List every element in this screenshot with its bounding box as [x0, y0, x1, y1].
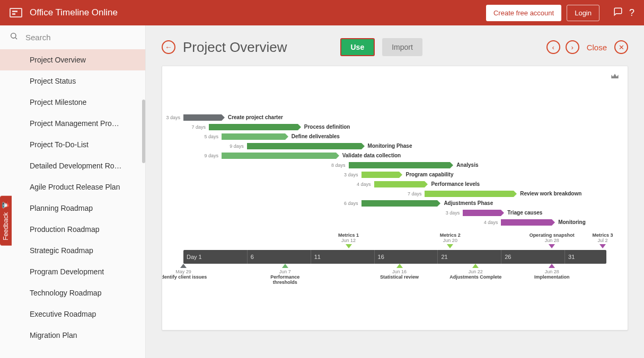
milestone-marker-below: Jun 22Adjustments Complete: [449, 264, 502, 280]
gantt-task: 9 daysValidate data collection: [222, 152, 336, 159]
milestone-marker-above: Metrics 2Jun 20: [424, 232, 477, 248]
task-label: Monitoring Phase: [368, 143, 412, 149]
timescale-tick: Day 1: [183, 250, 202, 264]
search-icon: [10, 32, 18, 43]
gantt-area: 3 daysCreate project charter7 daysProces…: [183, 114, 606, 230]
task-label: Validate data collection: [342, 153, 401, 158]
timescale-tick: 31: [564, 250, 575, 264]
title-row: ← Project Overview Use Import ‹ › Close …: [162, 38, 628, 56]
gantt-task: 8 daysAnalysis: [349, 162, 451, 169]
task-label: Triage causes: [507, 210, 542, 216]
task-label: Process definition: [304, 124, 350, 130]
task-duration: 3 days: [166, 115, 180, 120]
task-duration: 4 days: [484, 220, 498, 225]
timescale-tick: 21: [437, 250, 447, 264]
milestone-marker-below: Jun 28Implementation: [525, 264, 578, 280]
feedback-tab[interactable]: Feedback 📢: [0, 196, 12, 246]
app-logo-icon: [10, 8, 22, 17]
login-button[interactable]: Login: [567, 5, 599, 21]
gantt-task: 7 daysReview work breakdown: [425, 190, 514, 198]
app-header: Office Timeline Online Create free accou…: [0, 0, 644, 25]
task-bar: Validate data collection: [222, 153, 336, 159]
milestone-marker-below: Jun 7Performance thresholds: [259, 264, 312, 285]
task-duration: 3 days: [344, 172, 358, 177]
task-bar: Analysis: [349, 162, 451, 168]
app-title: Office Timeline Online: [30, 7, 118, 18]
task-duration: 8 days: [331, 163, 346, 168]
gantt-task: 4 daysPerformance levels: [374, 181, 425, 188]
gantt-task: 7 daysProcess definition: [209, 123, 298, 131]
feedback-label: Feedback: [2, 212, 10, 240]
task-bar: Create project charter: [183, 114, 222, 121]
next-template-button[interactable]: ›: [566, 40, 579, 54]
timescale-tick: 26: [501, 250, 511, 264]
gantt-task: 3 daysCreate project charter: [183, 114, 222, 121]
sidebar-item[interactable]: Executive Roadmap: [0, 303, 145, 325]
page-title: Project Overview: [183, 39, 287, 56]
search-input[interactable]: Search: [0, 25, 145, 49]
use-button[interactable]: Use: [340, 38, 375, 56]
sidebar-item[interactable]: Project Management Pro…: [0, 113, 145, 134]
timescale-tick: 16: [374, 250, 384, 264]
task-duration: 4 days: [357, 182, 371, 187]
sidebar-scrollbar[interactable]: [142, 100, 145, 163]
sidebar-item[interactable]: Technology Roadmap: [0, 282, 145, 303]
task-bar: Program capability: [361, 172, 400, 178]
task-duration: 6 days: [344, 201, 358, 206]
gantt-task: 9 daysMonitoring Phase: [247, 142, 361, 150]
premium-crown-icon: [611, 73, 619, 82]
sidebar-item[interactable]: Project To-Do-List: [0, 134, 145, 155]
timescale-tick: 11: [311, 250, 321, 264]
task-bar: Monitoring Phase: [247, 143, 361, 149]
main-panel: ← Project Overview Use Import ‹ › Close …: [146, 25, 644, 358]
task-duration: 5 days: [204, 134, 218, 139]
sidebar-item[interactable]: Project Status: [0, 70, 145, 92]
megaphone-icon: 📢: [2, 201, 10, 209]
create-account-button[interactable]: Create free account: [486, 5, 561, 21]
task-bar: Triage causes: [463, 210, 501, 216]
task-bar: Review work breakdown: [425, 191, 514, 197]
search-placeholder: Search: [25, 33, 51, 42]
sidebar-item[interactable]: Detailed Development Ro…: [0, 155, 145, 176]
task-bar: Monitoring: [501, 219, 552, 226]
gantt-task: 4 daysMonitoring: [501, 219, 552, 226]
task-bar: Define deliverables: [222, 133, 285, 140]
timescale-tick: 6: [247, 250, 254, 264]
task-duration: 3 days: [446, 210, 460, 216]
prev-template-button[interactable]: ‹: [546, 40, 560, 54]
help-icon[interactable]: ?: [629, 7, 634, 19]
gantt-task: 3 daysTriage causes: [463, 209, 501, 217]
import-button[interactable]: Import: [382, 38, 422, 56]
sidebar-item[interactable]: Production Roadmap: [0, 219, 145, 240]
milestone-marker-above: Metrics 3Jul 2: [576, 232, 628, 248]
task-bar: Performance levels: [374, 181, 425, 187]
back-button[interactable]: ←: [162, 40, 175, 54]
milestone-marker-below: May 29Identify client issues: [162, 264, 210, 280]
task-bar: Process definition: [209, 124, 298, 130]
gantt-task: 3 daysProgram capability: [361, 171, 400, 178]
chat-icon[interactable]: [613, 7, 623, 19]
sidebar-item[interactable]: Planning Roadmap: [0, 198, 145, 219]
task-bar: Adjustments Phase: [361, 200, 438, 207]
sidebar-item[interactable]: Project Milestone: [0, 92, 145, 113]
timeline-preview: 3 daysCreate project charter7 daysProces…: [162, 66, 628, 330]
svg-line-1: [15, 38, 17, 39]
task-duration: 7 days: [191, 124, 206, 130]
task-label: Analysis: [456, 162, 478, 168]
task-label: Adjustments Phase: [444, 200, 493, 206]
sidebar-item[interactable]: Agile Product Release Plan: [0, 176, 145, 198]
task-duration: 9 days: [204, 153, 218, 158]
gantt-task: 6 daysAdjustments Phase: [361, 200, 438, 207]
task-label: Review work breakdown: [520, 191, 581, 196]
sidebar-item[interactable]: Migration Plan: [0, 325, 145, 346]
task-label: Define deliverables: [292, 133, 340, 139]
close-label[interactable]: Close: [587, 43, 607, 52]
milestone-marker-above: Metrics 1Jun 12: [322, 232, 375, 248]
task-label: Program capability: [405, 172, 453, 177]
sidebar-item[interactable]: Strategic Roadmap: [0, 240, 145, 261]
svg-point-0: [11, 33, 16, 38]
sidebar-item[interactable]: Program Development: [0, 261, 145, 282]
sidebar-item[interactable]: Project Overview: [0, 49, 145, 70]
task-duration: 7 days: [408, 191, 422, 196]
close-button[interactable]: ✕: [614, 40, 628, 54]
